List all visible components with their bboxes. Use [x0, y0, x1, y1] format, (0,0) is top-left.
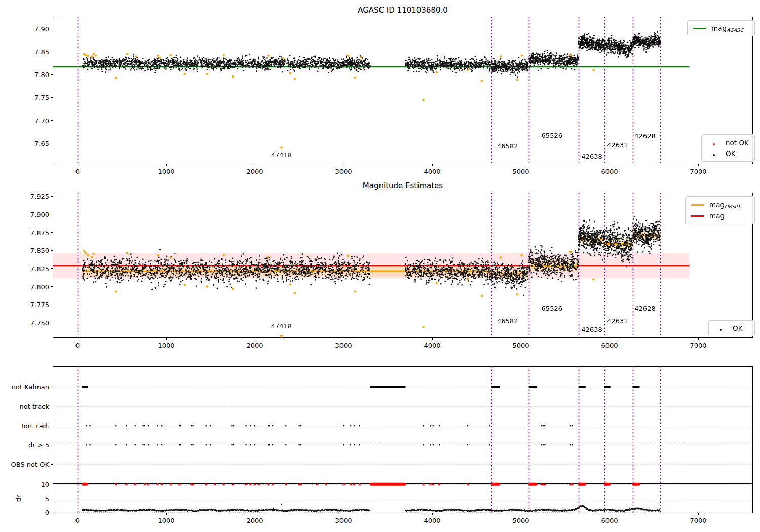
- x-tick-mark: [521, 513, 521, 515]
- mag-agasc-line-sample: [693, 28, 706, 29]
- y-tick-label: 7.850: [21, 247, 49, 254]
- x-tick-label: 6000: [601, 517, 618, 524]
- y-tick-label: 7.85: [21, 48, 49, 56]
- obsid-annotation: 42638: [581, 325, 602, 333]
- legend-mag-agasc: magAGASC: [687, 20, 755, 36]
- x-tick-mark: [344, 164, 344, 166]
- x-tick-label: 2000: [246, 341, 263, 349]
- x-tick-label: 2000: [246, 517, 263, 524]
- x-tick-mark: [521, 338, 521, 340]
- bottom-plot-canvas: [53, 366, 753, 513]
- y-tick-mark: [51, 268, 53, 269]
- x-tick-mark: [432, 338, 433, 340]
- y-tick-mark: [51, 74, 53, 75]
- x-tick-label: 0: [75, 341, 80, 349]
- x-tick-mark: [255, 164, 255, 166]
- x-tick-label: 5000: [512, 341, 529, 349]
- row-label: not track: [1, 402, 49, 410]
- obsid-annotation: 46582: [497, 317, 518, 324]
- x-tick-mark: [344, 338, 344, 340]
- x-tick-mark: [78, 164, 78, 166]
- ok-dot-sample: [707, 149, 720, 158]
- y-tick-label: 7.825: [21, 264, 49, 272]
- y-tick-label: 7.750: [21, 319, 49, 327]
- y-tick-label: 7.80: [21, 71, 49, 79]
- x-tick-mark: [78, 338, 78, 340]
- y-tick-label: 7.800: [21, 283, 49, 290]
- x-tick-mark: [166, 338, 167, 340]
- y-tick-label: 7.70: [21, 117, 49, 124]
- x-tick-mark: [521, 164, 521, 166]
- y-tick-mark: [51, 426, 53, 426]
- y-tick-mark: [51, 286, 53, 287]
- y-tick-label: 7.75: [21, 94, 49, 101]
- legend-label-not-ok: not OK: [726, 139, 749, 147]
- x-tick-label: 3000: [335, 341, 352, 349]
- x-tick-label: 1000: [158, 517, 174, 524]
- y-tick-mark: [51, 512, 53, 512]
- x-tick-mark: [698, 338, 699, 340]
- x-tick-label: 4000: [424, 341, 440, 349]
- y-tick-mark: [51, 484, 53, 484]
- x-tick-mark: [255, 513, 255, 515]
- obsid-annotation: 42638: [581, 152, 602, 160]
- middle-plot-title: Magnitude Estimates: [363, 181, 443, 191]
- legend-ok-middle: OK: [708, 320, 755, 336]
- legend-ok-notok: not OK OK: [701, 134, 755, 162]
- y-tick-mark: [51, 97, 53, 98]
- top-plot-title: AGASC ID 110103680.0: [358, 6, 448, 15]
- mag-obsid-line-sample: [691, 204, 704, 206]
- y-tick-mark: [51, 445, 53, 445]
- dr-tick-label: 5: [1, 495, 49, 503]
- x-tick-label: 7000: [690, 517, 706, 524]
- obsid-annotation: 65526: [542, 305, 562, 312]
- middle-plot-canvas: [53, 193, 753, 338]
- x-tick-mark: [432, 513, 433, 515]
- x-tick-label: 6000: [601, 168, 618, 175]
- y-tick-mark: [51, 29, 53, 29]
- y-tick-mark: [51, 196, 53, 197]
- x-tick-label: 7000: [690, 341, 706, 349]
- legend-label-mag-agasc: magAGASC: [711, 24, 743, 33]
- legend-label-mag-obsid: magOBSID: [709, 201, 740, 209]
- legend-label-ok: OK: [726, 149, 735, 158]
- x-tick-label: 4000: [424, 168, 440, 175]
- top-plot-canvas: [53, 17, 753, 164]
- row-label: OBS not OK: [1, 461, 49, 468]
- mag-line-sample: [691, 215, 704, 217]
- dr-tick-label: 10: [1, 480, 49, 488]
- x-tick-label: 2000: [246, 168, 263, 175]
- y-tick-label: 7.775: [21, 301, 49, 309]
- y-tick-mark: [51, 143, 53, 143]
- y-tick-mark: [51, 250, 53, 251]
- obsid-annotation: 47418: [271, 151, 292, 159]
- y-tick-label: 7.925: [21, 193, 49, 200]
- y-tick-label: 7.90: [21, 25, 49, 33]
- legend-mag-obsid-mag: magOBSID mag: [685, 196, 755, 224]
- obsid-annotation: 47418: [271, 322, 292, 329]
- obsid-annotation: 46582: [497, 142, 518, 149]
- x-tick-label: 1000: [158, 341, 174, 349]
- x-tick-label: 5000: [512, 168, 529, 175]
- y-tick-label: 7.65: [21, 139, 49, 147]
- x-tick-label: 1000: [158, 168, 174, 175]
- x-tick-label: 7000: [690, 168, 706, 175]
- obsid-annotation: 42631: [607, 141, 628, 149]
- y-tick-mark: [51, 120, 53, 121]
- obsid-annotation: 65526: [542, 132, 562, 139]
- legend-label-mag: mag: [709, 212, 725, 220]
- y-tick-mark: [51, 464, 53, 465]
- y-tick-mark: [51, 499, 53, 499]
- dr-tick-label: 0: [1, 508, 49, 516]
- legend-label-ok-middle: OK: [733, 324, 742, 332]
- obsid-annotation: 42628: [634, 132, 655, 140]
- x-tick-mark: [166, 164, 167, 166]
- obsid-annotation: 42631: [607, 317, 628, 324]
- x-tick-label: 3000: [335, 517, 352, 524]
- x-tick-mark: [610, 338, 610, 340]
- y-tick-mark: [51, 387, 53, 387]
- y-tick-label: 7.900: [21, 210, 49, 218]
- y-tick-mark: [51, 52, 53, 52]
- x-tick-mark: [610, 513, 610, 515]
- not-ok-dot-sample: [707, 139, 720, 147]
